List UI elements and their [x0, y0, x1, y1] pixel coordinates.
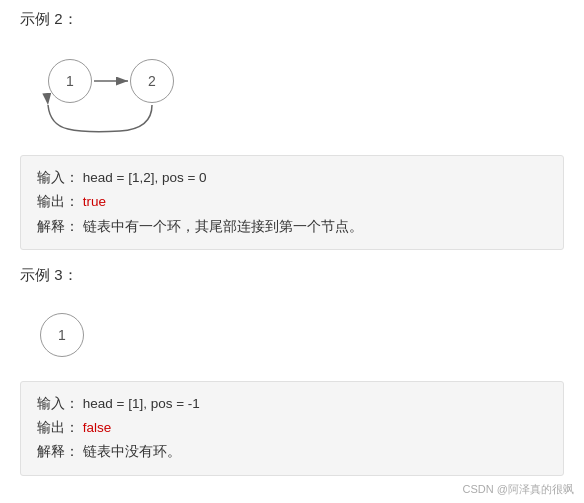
- example2-diagram: 1 2: [20, 39, 564, 155]
- example2-output-value: true: [83, 194, 106, 209]
- example3-code-block: 输入： head = [1], pos = -1 输出： false 解释： 链…: [20, 381, 564, 476]
- example3-diagram: 1: [20, 295, 564, 381]
- example3-explain-line: 解释： 链表中没有环。: [37, 440, 547, 464]
- example2-input-value: head = [1,2], pos = 0: [83, 170, 207, 185]
- example3-input-line: 输入： head = [1], pos = -1: [37, 392, 547, 416]
- example3-graph: 1: [30, 305, 110, 365]
- example3-output-line: 输出： false: [37, 416, 547, 440]
- example2-code-block: 输入： head = [1,2], pos = 0 输出： true 解释： 链…: [20, 155, 564, 250]
- example3-title: 示例 3：: [20, 266, 564, 285]
- example3-node1: 1: [40, 313, 84, 357]
- example2-title: 示例 2：: [20, 10, 564, 29]
- example3-explain-value: 链表中没有环。: [83, 444, 181, 459]
- example2-input-line: 输入： head = [1,2], pos = 0: [37, 166, 547, 190]
- watermark: CSDN @阿泽真的很飒: [463, 482, 574, 497]
- example2-node2: 2: [130, 59, 174, 103]
- example2-section: 示例 2： 1: [20, 10, 564, 250]
- example3-section: 示例 3： 1 输入： head = [1], pos = -1 输出： fal…: [20, 266, 564, 476]
- example2-explain-value: 链表中有一个环，其尾部连接到第一个节点。: [83, 219, 363, 234]
- example2-graph: 1 2: [30, 49, 230, 139]
- example3-input-value: head = [1], pos = -1: [83, 396, 200, 411]
- example2-explain-line: 解释： 链表中有一个环，其尾部连接到第一个节点。: [37, 215, 547, 239]
- example2-output-line: 输出： true: [37, 190, 547, 214]
- example3-output-value: false: [83, 420, 112, 435]
- example2-node1: 1: [48, 59, 92, 103]
